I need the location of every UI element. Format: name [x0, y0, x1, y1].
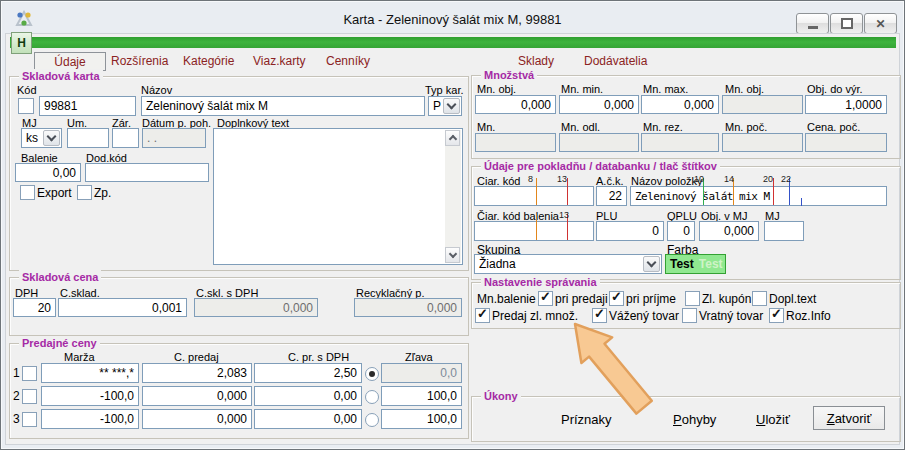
pri-predaji-checkbox[interactable]: [538, 291, 553, 306]
zlava-input-1[interactable]: 0,0: [381, 363, 462, 383]
kod-checkbox[interactable]: [18, 98, 34, 114]
typ-kar-label: Typ kar.: [425, 84, 464, 96]
export-checkbox[interactable]: [20, 185, 35, 200]
ciar-kod-input[interactable]: [474, 186, 594, 206]
vratny-tovar-checkbox[interactable]: [682, 308, 697, 323]
c-skl-s-dph-input[interactable]: 0,000: [194, 298, 318, 317]
chevron-down-icon[interactable]: [643, 256, 660, 272]
roz-info-checkbox[interactable]: [769, 308, 784, 323]
c-predaj-input-1[interactable]: 2,083: [142, 363, 252, 383]
zp-checkbox[interactable]: [77, 185, 92, 200]
mn-max-input[interactable]: 0,000: [641, 95, 719, 114]
farba-sample-button[interactable]: Test Test: [665, 254, 726, 274]
marza-input-1[interactable]: ** ***,*: [41, 363, 139, 383]
um-input[interactable]: [67, 128, 109, 148]
ruler-number-20: 20: [763, 174, 773, 184]
price-row2-checkbox[interactable]: [22, 389, 37, 404]
c-sklad-input[interactable]: 0,001: [58, 298, 187, 317]
doplnkovy-text-textarea[interactable]: [213, 128, 463, 265]
mn-min-input[interactable]: 0,000: [559, 95, 639, 114]
mn-odl-label: Mn. odl.: [561, 121, 600, 133]
mn-obj-input[interactable]: 0,000: [475, 95, 556, 114]
nazov-label: Názov: [141, 84, 172, 96]
tab-rozsirenia[interactable]: Rozšírenia: [111, 54, 168, 68]
balenie-input[interactable]: 0,00: [15, 163, 81, 182]
datum-p-poh-input[interactable]: . .: [142, 128, 206, 148]
mn-obj2-input[interactable]: [722, 95, 803, 114]
plu-input[interactable]: 0: [596, 221, 664, 241]
restore-icon: [841, 18, 853, 29]
ack-input[interactable]: 22: [596, 186, 627, 206]
mn-odl-input[interactable]: [559, 133, 639, 152]
mn-input[interactable]: [475, 133, 556, 152]
dph-input[interactable]: 20: [13, 298, 56, 317]
mn-poc-input[interactable]: [722, 133, 803, 152]
minimize-icon: [808, 26, 818, 29]
zlava-input-2[interactable]: 100,0: [381, 386, 462, 406]
pri-prijme-label: pri príjme: [626, 292, 676, 306]
price-row1-checkbox[interactable]: [22, 366, 37, 381]
zl-kupon-checkbox[interactable]: [685, 291, 700, 306]
c-predaj-input-2[interactable]: 0,000: [142, 386, 252, 406]
dod-kod-input[interactable]: [85, 163, 209, 182]
predaj-zl-mnoz-checkbox[interactable]: [475, 308, 490, 323]
chevron-down-icon[interactable]: [443, 98, 460, 114]
obj-do-vyr-input[interactable]: 1,0000: [805, 95, 887, 114]
window-frame: Karta - Zeleninový šalát mix M, 99881 ✕ …: [0, 0, 905, 450]
c-predaj-input-3[interactable]: 0,000: [142, 409, 252, 429]
zp-label: Zp.: [94, 186, 111, 200]
restore-button[interactable]: [830, 13, 863, 34]
mj-combo[interactable]: ks: [21, 128, 62, 148]
minimize-button[interactable]: [796, 13, 829, 34]
c-pr-s-dph-input-3[interactable]: 0,00: [254, 409, 362, 429]
typ-kar-value: P: [433, 99, 441, 113]
mn-rez-input[interactable]: [641, 133, 719, 152]
zar-input[interactable]: [112, 128, 139, 148]
scroll-down-icon[interactable]: [445, 247, 460, 263]
group-title-pokladna: Údaje pre pokladňu / databanku / tlač št…: [481, 159, 720, 173]
mn-poc-label: Mn. poč.: [725, 121, 767, 133]
close-button[interactable]: ✕: [864, 13, 897, 34]
cena-poc-input[interactable]: [805, 133, 887, 152]
tab-sklady[interactable]: Sklady: [518, 54, 554, 68]
skupina-combo[interactable]: Žiadna: [474, 254, 662, 274]
c-pr-s-dph-input-1[interactable]: 2,50: [254, 363, 362, 383]
group-title-ukony: Úkony: [481, 389, 521, 403]
tab-viaz-karty[interactable]: Viaz.karty: [253, 54, 305, 68]
dopl-text-checkbox[interactable]: [752, 291, 767, 306]
pohyby-button[interactable]: Pohyby: [673, 412, 716, 427]
marza-input-3[interactable]: -100,0: [41, 409, 139, 429]
window-title: Karta - Zeleninový šalát mix M, 99881: [1, 12, 904, 27]
obj-do-vyr-label: Obj. do výr.: [807, 83, 863, 95]
typ-kar-combo[interactable]: P: [428, 96, 462, 116]
tab-dodavatelia[interactable]: Dodávatelia: [584, 54, 647, 68]
price-row1-radio[interactable]: [365, 367, 379, 381]
zatvorit-button[interactable]: Zatvoriť: [813, 406, 885, 430]
export-label: Export: [37, 186, 72, 200]
ruler-mark-orange: [536, 178, 537, 205]
recyklacny-input[interactable]: 0,000: [354, 298, 462, 317]
obj-v-mj-input[interactable]: 0,000: [699, 221, 759, 241]
price-row2-radio[interactable]: [365, 390, 379, 404]
pri-prijme-checkbox[interactable]: [609, 291, 624, 306]
mn-label: Mn.: [477, 121, 495, 133]
scroll-up-icon[interactable]: [445, 130, 460, 146]
green-status-bar: [10, 37, 896, 48]
chevron-down-icon[interactable]: [43, 130, 60, 146]
mj2-input[interactable]: [764, 221, 804, 241]
c-pr-s-dph-input-2[interactable]: 0,00: [254, 386, 362, 406]
tab-cenniky[interactable]: Cenníky: [326, 54, 370, 68]
ulozit-button[interactable]: Uložiť: [756, 412, 790, 427]
qplu-input[interactable]: 0: [667, 221, 695, 241]
price-row3-radio[interactable]: [365, 413, 379, 427]
mn-min-label: Mn. min.: [561, 83, 603, 95]
price-row3-checkbox[interactable]: [22, 412, 37, 427]
nazov-polozky-input[interactable]: Zeleninový šalát mix M: [630, 186, 887, 206]
marza-input-2[interactable]: -100,0: [41, 386, 139, 406]
tab-kategorie[interactable]: Kategórie: [183, 54, 234, 68]
ciar-kod-balenia-input[interactable]: [474, 221, 594, 241]
kod-input[interactable]: 99881: [39, 96, 136, 116]
h-button[interactable]: H: [11, 32, 32, 54]
zlava-input-3[interactable]: 100,0: [381, 409, 462, 429]
nazov-input[interactable]: Zeleninový šalát mix M: [141, 96, 425, 116]
